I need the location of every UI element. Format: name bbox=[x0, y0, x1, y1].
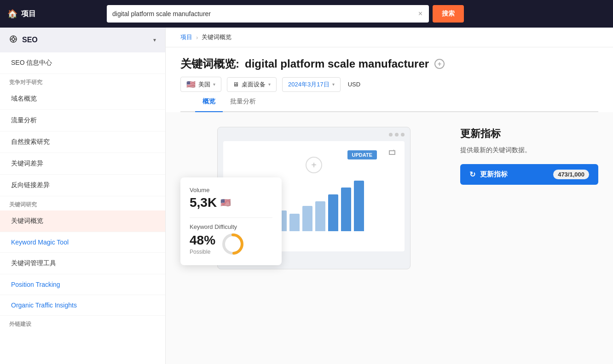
kd-possible: Possible bbox=[190, 249, 215, 255]
country-filter[interactable]: 🇺🇸 美国 ▾ bbox=[180, 77, 221, 92]
home-label: 项目 bbox=[21, 9, 36, 19]
kd-left: 48% Possible bbox=[190, 233, 215, 255]
card-divider bbox=[190, 217, 272, 218]
filter-row: 🇺🇸 美国 ▾ 🖥 桌面设备 ▾ 2024年3月17日 ▾ USD bbox=[180, 77, 598, 92]
svg-point-1 bbox=[12, 38, 15, 40]
sidebar-item-seo-info[interactable]: SEO 信息中心 bbox=[0, 52, 165, 74]
volume-value: 5,3K 🇺🇸 bbox=[190, 195, 272, 210]
breadcrumb-home[interactable]: 项目 bbox=[180, 33, 192, 41]
date-label: 2024年3月17日 bbox=[288, 80, 330, 89]
search-button[interactable]: 搜索 bbox=[433, 5, 464, 23]
sidebar: SEO ▾ SEO 信息中心 竞争对手研究 域名概览 流量分析 自然搜索研究 关… bbox=[0, 28, 166, 364]
device-icon: 🖥 bbox=[233, 81, 239, 88]
us-flag-icon: 🇺🇸 bbox=[220, 198, 231, 208]
right-panel: 更新指标 提供最新的关键词数据。 ↻ 更新指标 473/1,000 bbox=[460, 127, 598, 185]
page-title-prefix: 关键词概览: bbox=[180, 57, 239, 71]
browser-dot-2 bbox=[395, 133, 399, 136]
seo-icon bbox=[9, 35, 17, 45]
breadcrumb-separator: › bbox=[196, 34, 198, 41]
chevron-down-icon: ▾ bbox=[153, 37, 156, 43]
chart-bar-5 bbox=[328, 194, 338, 231]
floating-card: Volume 5,3K 🇺🇸 Keyword Difficulty 48% Po… bbox=[180, 177, 282, 265]
update-metrics-button[interactable]: ↻ 更新指标 473/1,000 bbox=[460, 164, 598, 185]
breadcrumb: 项目 › 关键词概览 bbox=[166, 28, 613, 47]
sidebar-item-keyword-manager[interactable]: 关键词管理工具 bbox=[0, 253, 165, 274]
sidebar-item-backlink-gap[interactable]: 反向链接差异 bbox=[0, 175, 165, 196]
sidebar-item-keyword-overview[interactable]: 关键词概览 bbox=[0, 210, 165, 232]
share-icon bbox=[389, 149, 395, 157]
seo-section-header[interactable]: SEO ▾ bbox=[0, 28, 165, 52]
update-metrics-desc: 提供最新的关键词数据。 bbox=[460, 145, 598, 155]
sidebar-category-links: 外链建设 bbox=[0, 316, 165, 330]
country-label: 美国 bbox=[198, 80, 210, 89]
currency-label: USD bbox=[346, 78, 362, 91]
sidebar-category-competitor: 竞争对手研究 bbox=[0, 74, 165, 88]
sidebar-item-keyword-magic[interactable]: Keyword Magic Tool bbox=[0, 232, 165, 253]
chart-bar-7 bbox=[354, 181, 364, 231]
browser-dot-3 bbox=[401, 133, 405, 136]
add-to-list-button[interactable]: + bbox=[434, 59, 445, 69]
home-icon: 🏠 bbox=[7, 9, 17, 19]
seo-section-label: SEO bbox=[9, 35, 38, 45]
svg-rect-9 bbox=[394, 150, 395, 155]
tabs: 概览 批量分析 bbox=[180, 92, 598, 112]
browser-dot-1 bbox=[389, 133, 393, 136]
kd-label: Keyword Difficulty bbox=[190, 223, 272, 230]
main-content: UPDATE + bbox=[166, 112, 613, 284]
device-filter[interactable]: 🖥 桌面设备 ▾ bbox=[227, 77, 277, 92]
main-layout: SEO ▾ SEO 信息中心 竞争对手研究 域名概览 流量分析 自然搜索研究 关… bbox=[0, 28, 613, 364]
breadcrumb-current: 关键词概览 bbox=[202, 33, 231, 41]
tab-overview[interactable]: 概览 bbox=[195, 92, 223, 112]
update-badge: UPDATE bbox=[347, 150, 377, 159]
chart-bar-3 bbox=[302, 206, 312, 231]
kd-value: 48% bbox=[190, 233, 215, 248]
tab-batch[interactable]: 批量分析 bbox=[223, 92, 263, 112]
search-input[interactable] bbox=[112, 10, 417, 17]
volume-label: Volume bbox=[190, 187, 272, 193]
donut-svg bbox=[221, 232, 245, 256]
sidebar-item-domain-overview[interactable]: 域名概览 bbox=[0, 88, 165, 110]
visual-area: UPDATE + bbox=[180, 127, 442, 269]
refresh-icon: ↻ bbox=[469, 170, 475, 179]
device-label: 桌面设备 bbox=[242, 80, 266, 89]
home-nav[interactable]: 🏠 项目 bbox=[7, 9, 99, 19]
seo-label: SEO bbox=[22, 36, 38, 44]
update-btn-label: 更新指标 bbox=[480, 170, 508, 179]
search-container: × bbox=[107, 5, 429, 23]
sidebar-item-organic-research[interactable]: 自然搜索研究 bbox=[0, 131, 165, 153]
browser-dots bbox=[223, 133, 405, 136]
sidebar-category-keyword: 关键词研究 bbox=[0, 196, 165, 210]
svg-rect-8 bbox=[389, 154, 395, 155]
kd-donut-chart bbox=[221, 232, 245, 256]
chart-bar-2 bbox=[289, 214, 300, 231]
search-wrapper: × 搜索 bbox=[107, 5, 606, 23]
update-metrics-title: 更新指标 bbox=[460, 127, 598, 141]
date-chevron-icon: ▾ bbox=[332, 82, 335, 87]
sidebar-item-position-tracking[interactable]: Position Tracking bbox=[0, 274, 165, 295]
chart-bar-4 bbox=[315, 201, 325, 231]
content-area: 项目 › 关键词概览 关键词概览: digital platform scale… bbox=[166, 28, 613, 364]
date-filter[interactable]: 2024年3月17日 ▾ bbox=[282, 77, 341, 92]
page-title-keyword: digital platform scale manufacturer bbox=[245, 57, 429, 70]
country-chevron-icon: ▾ bbox=[213, 82, 215, 87]
sidebar-item-keyword-gap[interactable]: 关键词差异 bbox=[0, 153, 165, 175]
sidebar-item-organic-traffic[interactable]: Organic Traffic Insights bbox=[0, 295, 165, 316]
kd-row: 48% Possible bbox=[190, 232, 272, 256]
country-flag-icon: 🇺🇸 bbox=[186, 80, 196, 89]
sidebar-item-traffic-analysis[interactable]: 流量分析 bbox=[0, 110, 165, 131]
search-clear-icon[interactable]: × bbox=[417, 9, 423, 19]
page-header: 关键词概览: digital platform scale manufactur… bbox=[166, 47, 613, 112]
chart-bar-6 bbox=[341, 188, 351, 231]
page-title: 关键词概览: digital platform scale manufactur… bbox=[180, 57, 598, 71]
plus-circle-icon: + bbox=[306, 157, 322, 173]
update-count-badge: 473/1,000 bbox=[553, 170, 589, 179]
device-chevron-icon: ▾ bbox=[268, 82, 271, 87]
